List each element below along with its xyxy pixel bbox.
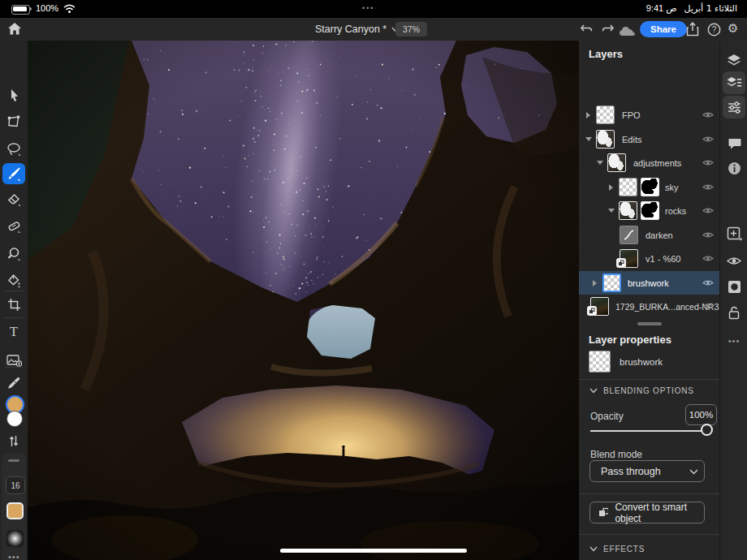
wifi-icon [63, 4, 76, 14]
layer-thumbnail [602, 274, 621, 292]
expand-icon[interactable] [586, 112, 590, 118]
transform-tool[interactable] [2, 111, 25, 132]
panel-drag-handle[interactable] [8, 459, 19, 462]
swap-colors-icon[interactable] [2, 430, 25, 451]
comment-icon[interactable] [723, 131, 745, 154]
fill-tool[interactable] [2, 269, 25, 291]
crop-tool[interactable] [2, 294, 25, 315]
layer-properties-title: Layer properties [589, 334, 671, 346]
eraser-tool[interactable] [2, 189, 25, 210]
layer-label: sky [665, 183, 679, 192]
home-icon[interactable] [7, 22, 22, 36]
settings-icon[interactable]: ⚙ [728, 21, 738, 36]
add-layer-icon[interactable] [723, 222, 745, 245]
layer-row-edits[interactable]: Edits [579, 127, 719, 152]
visibility-eye-icon[interactable] [702, 158, 714, 167]
layer-thumbnail [596, 130, 615, 149]
eyedropper-tool[interactable] [2, 373, 25, 394]
type-tool[interactable]: T [2, 321, 25, 342]
chevron-down-icon[interactable] [589, 546, 598, 552]
brush-more-icon[interactable]: ••• [8, 552, 20, 560]
blend-mode-dropdown[interactable]: Pass through [589, 460, 705, 482]
svg-text:T: T [10, 325, 18, 338]
opacity-slider-track[interactable] [590, 430, 704, 432]
visibility-eye-icon[interactable] [702, 135, 714, 144]
background-color-swatch[interactable] [6, 411, 23, 427]
layer-row-adjustments[interactable]: adjustments [579, 151, 719, 175]
visibility-icon[interactable] [723, 249, 745, 272]
home-indicator[interactable] [280, 549, 467, 553]
lock-icon[interactable] [723, 301, 745, 324]
document-title[interactable]: Starry Canyon * [315, 24, 399, 35]
opacity-value-field[interactable]: 100% [685, 404, 717, 425]
layer-row-brushwork-selected[interactable]: brushwork [579, 271, 719, 295]
mask-icon[interactable] [723, 275, 745, 298]
brush-options-panel: 16 ••• [2, 453, 26, 560]
effects-header[interactable]: EFFECTS [603, 545, 645, 554]
sliders-icon[interactable] [723, 96, 745, 118]
brush-size-badge[interactable]: 16 [6, 476, 25, 494]
document-canvas[interactable] [28, 41, 579, 560]
properties-layer-name: brushwork [620, 357, 663, 367]
visibility-eye-icon[interactable] [702, 302, 714, 311]
layers-panel-title: Layers [589, 48, 623, 60]
brush-color-swatch[interactable] [6, 502, 24, 519]
smart-object-icon [598, 507, 608, 518]
help-icon[interactable]: ? [707, 23, 721, 37]
layer-row-darken[interactable]: darken [579, 223, 719, 248]
collapse-icon[interactable] [608, 209, 615, 213]
share-button[interactable]: Share [640, 21, 687, 37]
tool-strip: T 16 ••• [0, 41, 28, 560]
export-icon[interactable] [686, 22, 699, 37]
visibility-eye-icon[interactable] [702, 230, 714, 239]
zoom-level-badge[interactable]: 37% [395, 22, 427, 37]
smart-object-badge [616, 258, 626, 268]
layer-row-fpo[interactable]: FPO [579, 103, 719, 127]
properties-layer-thumbnail [589, 351, 611, 373]
chevron-down-icon [689, 469, 698, 475]
expand-icon[interactable] [609, 184, 613, 191]
lasso-tool[interactable] [2, 138, 25, 159]
blending-options-header[interactable]: BLENDING OPTIONS [603, 386, 694, 395]
visibility-eye-icon[interactable] [702, 183, 714, 192]
visibility-eye-icon[interactable] [702, 278, 714, 287]
battery-percent: 100% [36, 3, 58, 13]
undo-icon[interactable] [580, 24, 594, 35]
layer-thumbnail [607, 153, 626, 172]
layers-icon[interactable] [723, 49, 745, 71]
opacity-label: Opacity [590, 411, 624, 422]
expand-icon[interactable] [593, 280, 597, 286]
brush-preset-preview[interactable] [6, 530, 24, 547]
collapse-icon[interactable] [597, 161, 603, 165]
cloud-icon[interactable] [619, 25, 637, 37]
opacity-slider-handle[interactable] [701, 424, 713, 436]
battery-tip [30, 7, 32, 11]
layer-thumbnail [619, 201, 637, 220]
collapse-icon[interactable] [585, 137, 592, 141]
move-tool[interactable] [2, 84, 25, 106]
layer-row-rocks[interactable]: rocks [579, 199, 719, 223]
healing-brush-tool[interactable] [2, 215, 25, 236]
layer-label: adjustments [633, 158, 681, 168]
visibility-eye-icon[interactable] [702, 206, 714, 215]
magnifier-tool[interactable] [2, 243, 25, 264]
chevron-down-icon[interactable] [589, 388, 598, 394]
more-icon[interactable]: ••• [723, 330, 745, 352]
smart-object-thumbnail [620, 249, 638, 268]
layer-row-sky[interactable]: sky [579, 175, 719, 200]
info-icon[interactable] [723, 157, 745, 179]
visibility-eye-icon[interactable] [702, 254, 714, 263]
brush-tool[interactable] [2, 163, 25, 184]
convert-smart-object-button[interactable]: Convert to smart object [589, 502, 705, 523]
panel-resize-handle[interactable] [637, 322, 662, 325]
layer-label: darken [646, 230, 673, 240]
layer-label: v1 - %60 [646, 254, 680, 264]
layer-row-v1[interactable]: v1 - %60 [579, 247, 719, 271]
redo-icon[interactable] [601, 24, 615, 35]
layer-list-icon[interactable] [723, 71, 745, 94]
layer-thumbnail [619, 178, 637, 196]
layer-row-background[interactable]: 1729_BURKA...anced-NR33 [579, 295, 719, 319]
visibility-eye-icon[interactable] [702, 110, 714, 119]
layers-panel: Layers FPO Edits adjustments sky [579, 41, 719, 560]
top-toolbar: Starry Canyon * 37% Share ? ⚙ [0, 18, 747, 41]
